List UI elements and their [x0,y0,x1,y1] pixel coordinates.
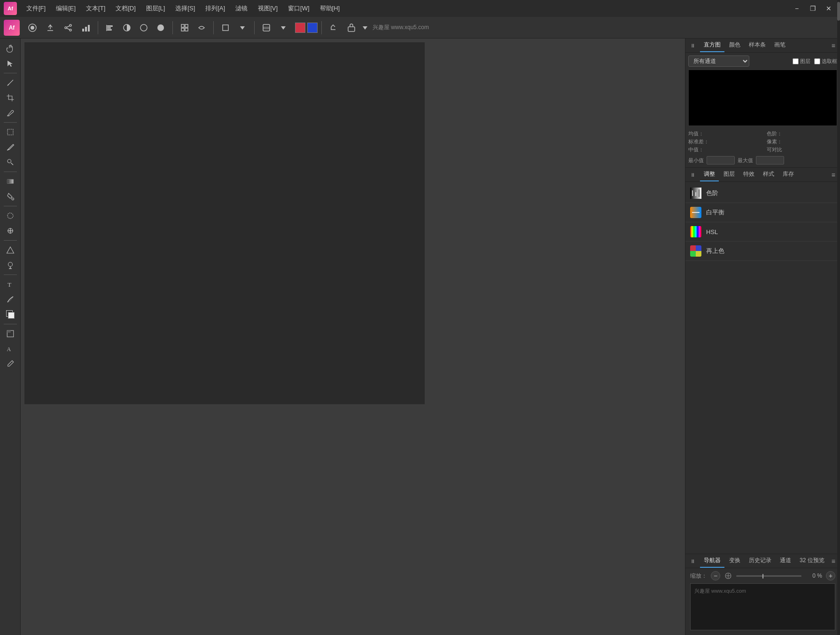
tab-32bit[interactable]: 32 位预览 [796,554,828,568]
adjustments-panel-header: ⏸ 调整 图层 特效 样式 库存 ≡ [685,168,840,182]
menu-view[interactable]: 视图[V] [253,2,282,15]
tool-slice[interactable] [2,327,18,341]
adj-label-hsl: HSL [706,228,718,235]
checkbox-layer[interactable]: 图层 [793,58,810,65]
toolbar-circle-fill[interactable] [153,20,169,36]
toolbar-grid-tool[interactable] [177,20,193,36]
adj-item-levels[interactable]: 色阶 [685,184,840,203]
tool-lasso[interactable] [2,209,18,223]
tool-eyedropper[interactable] [2,357,18,371]
tool-gradient[interactable] [2,174,18,188]
restore-button[interactable]: ❐ [805,2,820,15]
menu-file[interactable]: 文件[F] [22,2,50,15]
tool-eraser[interactable] [2,140,18,154]
background-color[interactable] [307,23,318,33]
tool-select[interactable] [2,56,18,71]
tool-fill[interactable] [2,189,18,204]
svg-marker-22 [240,26,245,30]
menu-text[interactable]: 文本[T] [81,2,110,15]
toolbar-contrast[interactable] [119,20,135,36]
navigator-pause-btn[interactable]: ⏸ [688,557,697,565]
menu-select[interactable]: 选择[S] [171,2,200,15]
toolbar-align-left[interactable] [102,20,118,36]
toolbar-swap[interactable] [326,20,342,36]
max-input[interactable]: 1 [756,156,784,165]
tab-transform[interactable]: 变换 [725,554,744,568]
tab-library[interactable]: 库存 [779,168,798,181]
menu-document[interactable]: 文档[D] [111,2,140,15]
toolbar-rect-tool[interactable] [218,20,233,36]
tab-history[interactable]: 历史记录 [745,554,775,568]
tab-layers[interactable]: 图层 [720,168,739,181]
toolbar-select-down-3[interactable] [361,20,369,36]
menu-layers[interactable]: 图层[L] [141,2,170,15]
svg-rect-10 [107,25,113,27]
tool-hand[interactable] [2,41,18,55]
tool-text[interactable]: T [2,277,18,291]
tool-sep-4 [4,206,17,206]
tool-smudge[interactable] [2,292,18,306]
adj-icon-levels [690,188,701,199]
foreground-color[interactable] [295,23,305,33]
adj-item-hsl[interactable]: HSL [685,222,840,242]
tool-color-swatch[interactable] [2,307,18,321]
tab-color[interactable]: 颜色 [725,39,744,52]
tab-samples[interactable]: 样本条 [745,39,770,52]
toolbar-warp[interactable] [194,20,210,36]
selection-checkbox[interactable] [814,58,820,64]
stat-stddev: 标准差： [688,138,759,145]
close-button[interactable]: ✕ [821,2,836,15]
adj-item-balance[interactable]: 白平衡 [685,203,840,222]
toolbar-select-down-2[interactable] [275,20,291,36]
channel-select[interactable]: 所有通道 [688,55,749,67]
histogram-menu-btn[interactable]: ≡ [830,41,837,50]
menu-window[interactable]: 窗口[W] [283,2,314,15]
toolbar-circle-outline[interactable] [136,20,152,36]
tool-heal[interactable] [2,224,18,238]
tool-shape[interactable] [2,243,18,257]
tab-brush[interactable]: 画笔 [770,39,789,52]
zoom-plus-btn[interactable]: + [826,571,835,580]
align-tools [102,20,169,36]
tool-clone[interactable] [2,155,18,169]
tab-styles[interactable]: 样式 [759,168,778,181]
adjustments-menu-btn[interactable]: ≡ [830,170,837,180]
histogram-panel-header: ⏸ 直方图 颜色 样本条 画笔 ≡ [685,39,840,53]
layer-checkbox[interactable] [793,58,799,64]
tab-navigator[interactable]: 导航器 [700,554,724,568]
toolbar-info[interactable] [343,20,359,36]
zoom-slider[interactable] [736,575,801,577]
toolbar-btn-stats[interactable] [78,20,94,36]
tool-dodge[interactable] [2,258,18,272]
tool-zoom[interactable]: A [2,342,18,356]
histogram-pause-btn[interactable]: ⏸ [688,42,697,49]
tool-crop[interactable] [2,91,18,105]
toolbar-btn-document[interactable] [24,20,40,36]
minimize-button[interactable]: − [789,2,804,15]
menu-arrange[interactable]: 排列[A] [201,2,230,15]
adjustments-pause-btn[interactable]: ⏸ [688,171,697,179]
navigator-menu-btn[interactable]: ≡ [830,557,837,566]
tool-paint[interactable] [2,106,18,120]
toolbar-btn-share[interactable] [60,20,76,36]
toolbar-sep-2 [172,21,173,34]
tab-effects[interactable]: 特效 [739,168,758,181]
svg-point-32 [8,159,11,163]
tab-adjustments[interactable]: 调整 [700,168,719,181]
tool-rect-select[interactable] [2,125,18,139]
menu-edit[interactable]: 编辑[E] [51,2,80,15]
tool-pen[interactable] [2,76,18,90]
toolbar-sep-4 [254,21,255,34]
adj-item-recolor[interactable]: 再上色 [685,242,840,261]
min-input[interactable]: 0 [707,156,735,165]
toolbar-select-down[interactable] [234,20,250,36]
tab-channels[interactable]: 通道 [776,554,795,568]
canvas-area[interactable] [21,39,685,635]
menu-help[interactable]: 帮助[H] [315,2,345,15]
zoom-minus-btn[interactable]: − [711,571,720,580]
menu-filters[interactable]: 滤镜 [231,2,252,15]
checkbox-selection[interactable]: 选取框 [814,58,837,65]
toolbar-layout-grid[interactable] [258,20,274,36]
toolbar-btn-export[interactable] [42,20,58,36]
tab-histogram[interactable]: 直方图 [700,39,724,52]
